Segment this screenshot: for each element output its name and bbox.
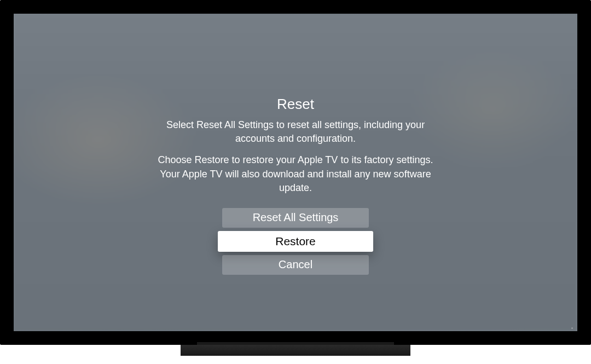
dialog-description-2: Choose Restore to restore your Apple TV … xyxy=(148,153,443,195)
restore-button[interactable]: Restore xyxy=(218,231,373,252)
reset-dialog: Reset Select Reset All Settings to reset… xyxy=(14,14,577,331)
reset-all-settings-button[interactable]: Reset All Settings xyxy=(222,208,369,228)
cancel-button[interactable]: Cancel xyxy=(222,255,369,275)
tv-frame: Reset Select Reset All Settings to reset… xyxy=(0,0,591,345)
tv-stand-base xyxy=(181,345,410,356)
dialog-description-1: Select Reset All Settings to reset all s… xyxy=(148,118,443,146)
tv-screen: Reset Select Reset All Settings to reset… xyxy=(14,14,577,331)
dialog-button-group: Reset All Settings Restore Cancel xyxy=(218,208,373,275)
dialog-title: Reset xyxy=(277,96,314,113)
tv-led-indicator xyxy=(571,327,573,329)
